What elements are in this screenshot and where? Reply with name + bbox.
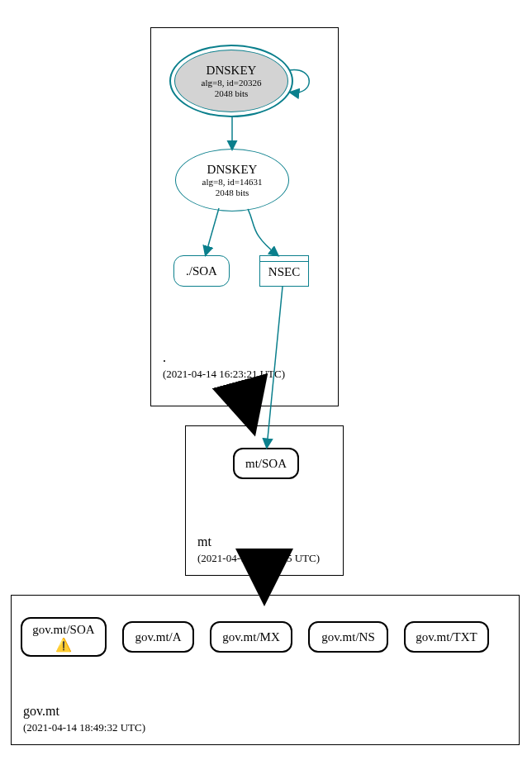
govmt-ns-node: gov.mt/NS — [308, 621, 388, 653]
govmt-mx-node: gov.mt/MX — [210, 621, 292, 653]
root-soa-label: ./SOA — [186, 264, 217, 278]
govmt-soa-node: gov.mt/SOA ⚠️ — [21, 617, 107, 657]
nsec-node: NSEC — [259, 255, 309, 287]
zone-govmt-label: gov.mt (2021-04-14 18:49:32 UTC) — [23, 703, 145, 734]
dnskey-ksk-node: DNSKEY alg=8, id=20326 2048 bits — [174, 50, 288, 112]
nsec-label: NSEC — [268, 265, 300, 279]
zone-mt-name: mt — [197, 534, 211, 549]
govmt-mx-label: gov.mt/MX — [222, 630, 279, 644]
govmt-a-node: gov.mt/A — [122, 621, 194, 653]
ksk-bits: 2048 bits — [215, 88, 249, 98]
mt-soa-label: mt/SOA — [245, 457, 287, 471]
dnskey-zsk-node: DNSKEY alg=8, id=14631 2048 bits — [175, 149, 289, 211]
govmt-txt-label: gov.mt/TXT — [416, 630, 477, 644]
ksk-alg: alg=8, id=20326 — [202, 78, 262, 88]
zsk-alg: alg=8, id=14631 — [202, 177, 263, 187]
govmt-ns-label: gov.mt/NS — [321, 630, 374, 644]
zone-govmt-name: gov.mt — [23, 704, 59, 718]
zsk-bits: 2048 bits — [216, 188, 249, 197]
govmt-a-label: gov.mt/A — [135, 630, 181, 644]
root-soa-node: ./SOA — [173, 255, 230, 287]
govmt-soa-label: gov.mt/SOA — [32, 623, 94, 637]
nsec-header-bar — [260, 261, 308, 262]
zone-root-name: . — [163, 350, 166, 364]
mt-soa-node: mt/SOA — [233, 448, 299, 479]
zone-govmt-timestamp: (2021-04-14 18:49:32 UTC) — [23, 721, 145, 734]
zone-root-timestamp: (2021-04-14 16:23:21 UTC) — [163, 368, 285, 380]
zsk-title: DNSKEY — [207, 163, 258, 177]
govmt-txt-node: gov.mt/TXT — [404, 621, 489, 653]
zone-mt-label: mt (2021-04-14 18:49:25 UTC) — [197, 534, 320, 565]
zone-mt-timestamp: (2021-04-14 18:49:25 UTC) — [197, 552, 320, 564]
zone-root-label: . (2021-04-14 16:23:21 UTC) — [163, 349, 285, 381]
warning-icon: ⚠️ — [55, 639, 72, 652]
ksk-title: DNSKEY — [207, 64, 257, 78]
